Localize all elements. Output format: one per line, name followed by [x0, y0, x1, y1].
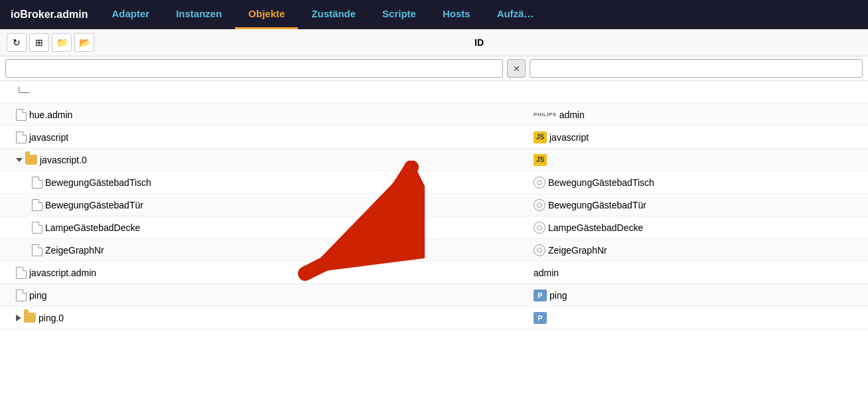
table-row[interactable]: BewegungGästebadTür BewegungGästebadTür: [0, 194, 868, 216]
cell-name: admin: [531, 268, 868, 278]
p-badge: P: [534, 312, 547, 324]
table-row[interactable]: └─: [0, 81, 868, 104]
tab-scripte[interactable]: Scripte: [369, 0, 429, 29]
tab-instanzen[interactable]: Instanzen: [163, 0, 235, 29]
folder-open-button[interactable]: 📂: [74, 33, 94, 52]
table-row[interactable]: ping P ping: [0, 284, 868, 307]
philips-badge: PHILIPS: [534, 112, 557, 118]
row-name-text: LampeGästebadDecke: [548, 222, 643, 233]
collapse-triangle-icon[interactable]: [16, 315, 21, 321]
table-row[interactable]: javascript.0 JS: [0, 149, 868, 171]
tab-adapter[interactable]: Adapter: [98, 0, 163, 29]
id-filter-input[interactable]: [5, 59, 503, 78]
table-row[interactable]: hue.admin PHILIPS admin: [0, 104, 868, 126]
row-name-text: javascript: [549, 132, 589, 143]
row-name-text: admin: [559, 110, 585, 120]
row-id-text: BewegungGästebadTür: [45, 200, 143, 210]
cell-id: └─: [0, 87, 531, 98]
row-id-text: LampeGästebadDecke: [45, 222, 140, 233]
table-row[interactable]: ping.0 P: [0, 307, 868, 329]
list-view-button[interactable]: ⊞: [29, 33, 49, 52]
cell-id: hue.admin: [0, 109, 531, 121]
top-navigation: ioBroker.admin Adapter Instanzen Objekte…: [0, 0, 868, 29]
cell-name: LampeGästebadDecke: [531, 222, 868, 234]
cell-id: javascript.admin: [0, 267, 531, 279]
cell-name: BewegungGästebadTisch: [531, 177, 868, 189]
row-id-text: ZeigeGraphNr: [45, 245, 104, 256]
row-id-text: hue.admin: [29, 110, 72, 120]
collapse-icon: └─: [16, 87, 29, 98]
js-badge: JS: [534, 154, 547, 166]
row-id-text: javascript.0: [40, 155, 87, 165]
table-row[interactable]: LampeGästebadDecke LampeGästebadDecke: [0, 216, 868, 239]
objects-table: └─ hue.admin PHILIPS admin javascript JS: [0, 81, 868, 329]
row-name-text: BewegungGästebadTür: [548, 200, 646, 210]
tab-zustaende[interactable]: Zustände: [298, 0, 369, 29]
cell-id: LampeGästebadDecke: [0, 222, 531, 234]
row-id-text: javascript: [29, 132, 68, 143]
tab-objekte[interactable]: Objekte: [235, 0, 298, 29]
row-id-text: BewegungGästebadTisch: [45, 177, 151, 188]
circle-dot-icon: [534, 199, 545, 211]
column-id-header: ID: [474, 37, 484, 48]
table-row[interactable]: javascript.admin admin: [0, 262, 868, 284]
file-icon: [32, 199, 42, 211]
circle-dot-icon: [534, 177, 545, 189]
cell-name: JS: [531, 154, 868, 166]
file-icon: [16, 109, 27, 121]
cell-id: javascript: [0, 131, 531, 143]
cell-id: javascript.0: [0, 155, 531, 165]
clear-filter-button[interactable]: ✕: [507, 59, 526, 78]
cell-id: ZeigeGraphNr: [0, 244, 531, 256]
folder-view-button[interactable]: 📁: [52, 33, 72, 52]
cell-id: ping: [0, 289, 531, 301]
cell-name: P ping: [531, 289, 868, 301]
tab-hosts[interactable]: Hosts: [429, 0, 484, 29]
file-icon: [16, 267, 27, 279]
row-name-text: ping: [549, 290, 567, 301]
row-name-text: BewegungGästebadTisch: [548, 177, 654, 188]
table-row[interactable]: BewegungGästebadTisch BewegungGästebadTi…: [0, 171, 868, 194]
cell-name: P: [531, 312, 868, 324]
cell-id: ping.0: [0, 313, 531, 323]
cell-name: PHILIPS admin: [531, 110, 868, 120]
file-icon: [32, 222, 42, 234]
row-id-text: ping: [29, 290, 46, 301]
cell-name: JS javascript: [531, 131, 868, 143]
cell-id: BewegungGästebadTür: [0, 199, 531, 211]
js-badge: JS: [534, 131, 547, 143]
cell-name: ZeigeGraphNr: [531, 244, 868, 256]
refresh-button[interactable]: ↻: [7, 33, 27, 52]
circle-dot-icon: [534, 244, 545, 256]
folder-icon: [25, 155, 37, 165]
circle-dot-icon: [534, 222, 545, 234]
file-icon: [16, 289, 27, 301]
file-icon: [32, 177, 42, 189]
row-id-text: ping.0: [38, 313, 64, 323]
content-area: └─ hue.admin PHILIPS admin javascript JS: [0, 81, 868, 329]
brand-logo: ioBroker.admin: [0, 0, 98, 29]
row-name-text: admin: [534, 268, 559, 278]
toolbar: ↻ ⊞ 📁 📂 ID: [0, 29, 868, 56]
folder-icon: [24, 313, 36, 323]
row-id-text: javascript.admin: [29, 268, 96, 278]
cell-id: BewegungGästebadTisch: [0, 177, 531, 189]
file-icon: [16, 131, 27, 143]
cell-name: BewegungGästebadTür: [531, 199, 868, 211]
expand-triangle-icon[interactable]: [16, 158, 23, 162]
p-badge: P: [534, 289, 547, 301]
tab-aufza[interactable]: Aufzä…: [484, 0, 547, 29]
name-filter-input[interactable]: [530, 59, 863, 78]
table-row[interactable]: ZeigeGraphNr ZeigeGraphNr: [0, 239, 868, 262]
filter-row: ✕: [0, 56, 868, 81]
file-icon: [32, 244, 42, 256]
table-row[interactable]: javascript JS javascript: [0, 126, 868, 149]
row-name-text: ZeigeGraphNr: [548, 245, 607, 256]
